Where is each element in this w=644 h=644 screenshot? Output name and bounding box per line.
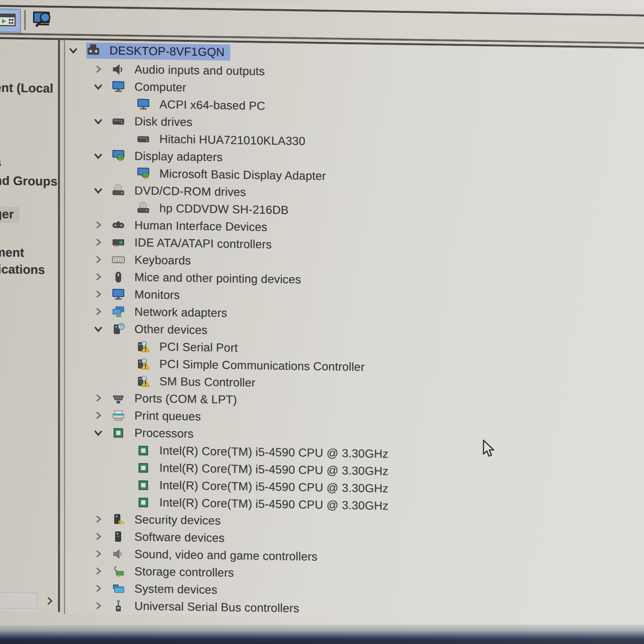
scan-hardware-icon [32,10,53,31]
tree-row[interactable]: IDE ATA/ATAPI controllers [91,233,277,254]
chevron-down-icon[interactable] [66,43,80,58]
console-tree-item-device-manager[interactable]: ger [0,206,19,223]
tree-row-label: PCI Serial Port [159,340,238,355]
tree-row[interactable]: Human Interface Devices [91,216,273,236]
console-tree-item-label: ger [0,206,19,223]
chevron-right-icon[interactable] [91,269,105,284]
tree-row[interactable]: Security devices [91,510,226,530]
audio-icon [111,62,126,77]
processor-icon [136,460,151,475]
console-tree-item[interactable]: ment [0,244,24,261]
warning-device-icon [136,357,151,372]
tree-row[interactable]: SM Bus Controller [116,372,261,391]
system-icon [111,581,126,596]
chevron-right-icon[interactable] [91,408,105,423]
tree-row-label: Network adapters [134,305,227,320]
tree-row-label: Intel(R) Core(TM) i5-4590 CPU @ 3.30GHz [159,479,388,495]
tree-row-label: Computer [134,80,186,94]
console-tree-pane: ent (Local r s nd Groups ger ment licati… [0,39,60,612]
dvd-icon [111,183,126,198]
console-tree-item[interactable]: lications [0,261,45,279]
tree-row-label: Intel(R) Core(TM) i5-4590 CPU @ 3.30GHz [159,461,388,478]
tree-row-label: Intel(R) Core(TM) i5-4590 CPU @ 3.30GHz [159,496,388,512]
display-icon [136,166,151,181]
chevron-down-icon[interactable] [91,114,105,128]
tree-row-label: ACPI x64-based PC [159,98,265,113]
tree-row[interactable]: hp CDDVDW SH-216DB [116,199,294,219]
console-window-button[interactable] [0,8,21,33]
chevron-down-icon[interactable] [91,79,105,94]
chevron-down-icon[interactable] [91,321,105,336]
tree-row[interactable]: Print queues [91,407,206,425]
tree-row[interactable]: Computer [91,78,192,97]
tree-row-label: Other devices [134,322,208,337]
tree-row[interactable]: Ports (COM & LPT) [91,389,243,409]
console-tree-item[interactable]: s [0,154,1,171]
chevron-right-icon[interactable] [91,217,105,232]
chevron-spacer [116,374,130,388]
console-tree-item-label: ment [0,245,24,260]
keyboard-icon [111,252,126,267]
tree-row[interactable]: Display adapters [91,147,228,166]
chevron-right-icon[interactable] [91,546,105,561]
console-tree-item[interactable]: nd Groups [0,172,58,190]
chevron-right-icon[interactable] [91,529,105,544]
tree-row[interactable]: Universal Serial Bus controllers [91,597,305,617]
dvd-icon [136,201,151,216]
tree-row-label: PCI Simple Communications Controller [159,357,365,374]
scrollbar-thumb[interactable] [0,592,37,609]
tree-row[interactable]: System devices [91,580,223,599]
toolbar-separator [24,10,26,30]
tree-row[interactable]: Disk drives [91,112,198,131]
chevron-down-icon[interactable] [91,148,105,163]
tree-row[interactable]: Processors [91,424,199,443]
window-body: ent (Local r s nd Groups ger ment licati… [0,39,644,623]
chevron-down-icon[interactable] [91,183,105,198]
tree-row-label: Audio inputs and outputs [134,63,265,78]
console-tree-item[interactable]: ent (Local [0,79,53,97]
chevron-right-icon[interactable] [91,581,105,596]
tree-row[interactable]: Network adapters [91,303,233,322]
monitor-icon [111,79,126,94]
scan-hardware-button[interactable] [30,9,55,32]
disk-icon [136,132,151,147]
computer-management-window: ent (Local r s nd Groups ger ment licati… [0,0,644,640]
tree-row[interactable]: DESKTOP-8VF1GQN [66,41,230,61]
chevron-right-icon[interactable] [91,598,105,613]
processor-icon [136,478,151,493]
chevron-right-icon[interactable] [91,62,105,76]
printer-icon [111,408,126,423]
disk-icon [111,114,126,129]
console-tree-item-label: nd Groups [0,173,58,189]
scroll-right-icon[interactable] [44,594,55,608]
chevron-right-icon[interactable] [91,390,105,405]
processor-icon [136,443,151,458]
chevron-right-icon[interactable] [91,564,105,578]
chevron-right-icon[interactable] [91,252,105,267]
tree-row[interactable]: PCI Serial Port [116,337,244,357]
tree-row-label: SM Bus Controller [159,375,256,390]
processor-icon [111,425,126,440]
chevron-right-icon[interactable] [91,235,105,250]
tree-row[interactable]: ACPI x64-based PC [116,95,271,115]
monitor-icon [111,287,126,302]
tree-row-label: Ports (COM & LPT) [134,392,237,407]
chevron-spacer [116,356,130,371]
tree-row[interactable]: Keyboards [91,251,196,270]
chevron-right-icon[interactable] [91,512,105,526]
tree-row-label: Display adapters [134,149,223,164]
chevron-spacer [116,339,130,354]
chevron-right-icon[interactable] [91,287,105,301]
tree-row[interactable]: Audio inputs and outputs [91,60,270,80]
horizontal-scrollbar [0,590,58,612]
tree-row[interactable]: DVD/CD-ROM drives [91,182,252,201]
tree-row[interactable]: Hitachi HUA721010KLA330 [116,130,311,150]
chevron-down-icon[interactable] [91,425,105,440]
tree-row[interactable]: ? Other devices [91,320,213,339]
tree-row-label: System devices [134,582,217,597]
tree-row[interactable]: Storage controllers [91,562,239,582]
console-tree-item-label: lications [0,262,45,277]
chevron-right-icon[interactable] [91,304,105,319]
tree-row[interactable]: Software devices [91,528,230,547]
tree-row[interactable]: Monitors [91,285,186,304]
